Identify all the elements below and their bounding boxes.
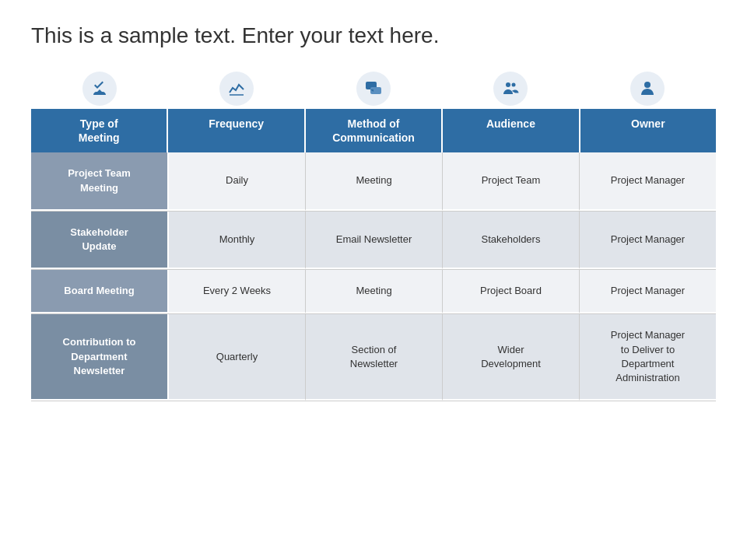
svg-point-5 [512, 83, 516, 87]
method-cell-3: Meeting [306, 270, 443, 313]
page-wrapper: This is a sample text. Enter your text h… [0, 0, 747, 560]
frequency-cell-2: Monthly [169, 212, 306, 269]
person-icon [630, 72, 665, 106]
owner-cell-2: Project Manager [580, 212, 716, 269]
svg-point-6 [644, 82, 651, 88]
type-cell-3: Board Meeting [31, 270, 169, 313]
audience-cell-2: Stakeholders [443, 212, 580, 269]
table-row: Board Meeting Every 2 Weeks Meeting Proj… [31, 270, 716, 314]
owner-cell-4: Project Managerto Deliver toDepartmentAd… [580, 314, 716, 401]
type-cell-4: Contribution toDepartmentNewsletter [31, 314, 169, 401]
header-type: Type ofMeeting [31, 109, 168, 152]
audience-cell-3: Project Board [443, 270, 580, 313]
header-labels-row: Type ofMeeting Frequency Method ofCommun… [31, 109, 716, 152]
type-cell-1: Project TeamMeeting [31, 152, 169, 210]
frequency-cell-1: Daily [169, 152, 306, 210]
owner-cell-1: Project Manager [580, 152, 716, 210]
icon-cell-type [31, 72, 168, 109]
method-cell-2: Email Newsletter [306, 212, 443, 269]
frequency-cell-4: Quarterly [169, 314, 306, 401]
method-cell-4: Section ofNewsletter [306, 314, 443, 401]
audience-cell-4: WiderDevelopment [443, 314, 580, 401]
frequency-cell-3: Every 2 Weeks [169, 270, 306, 313]
handshake-icon [82, 72, 117, 106]
header-frequency: Frequency [168, 109, 305, 152]
header-method: Method ofCommunication [306, 109, 443, 152]
header-icons-row [31, 72, 716, 109]
group-icon [493, 72, 528, 106]
header-owner: Owner [580, 109, 716, 152]
header-audience: Audience [443, 109, 580, 152]
icon-cell-audience [442, 72, 579, 109]
communication-table: Type ofMeeting Frequency Method ofCommun… [31, 72, 716, 401]
sample-text: This is a sample text. Enter your text h… [31, 23, 716, 48]
chart-icon [219, 72, 254, 106]
table-row: Project TeamMeeting Daily Meeting Projec… [31, 152, 716, 211]
type-cell-2: StakeholderUpdate [31, 212, 169, 269]
icon-cell-frequency [168, 72, 305, 109]
icon-cell-owner [579, 72, 716, 109]
table-row: StakeholderUpdate Monthly Email Newslett… [31, 212, 716, 270]
method-cell-1: Meeting [306, 152, 443, 210]
chat-icon [356, 72, 391, 106]
audience-cell-1: Project Team [443, 152, 580, 210]
table-row: Contribution toDepartmentNewsletter Quar… [31, 314, 716, 401]
icon-cell-method [305, 72, 442, 109]
owner-cell-3: Project Manager [580, 270, 716, 313]
svg-point-4 [506, 82, 510, 87]
